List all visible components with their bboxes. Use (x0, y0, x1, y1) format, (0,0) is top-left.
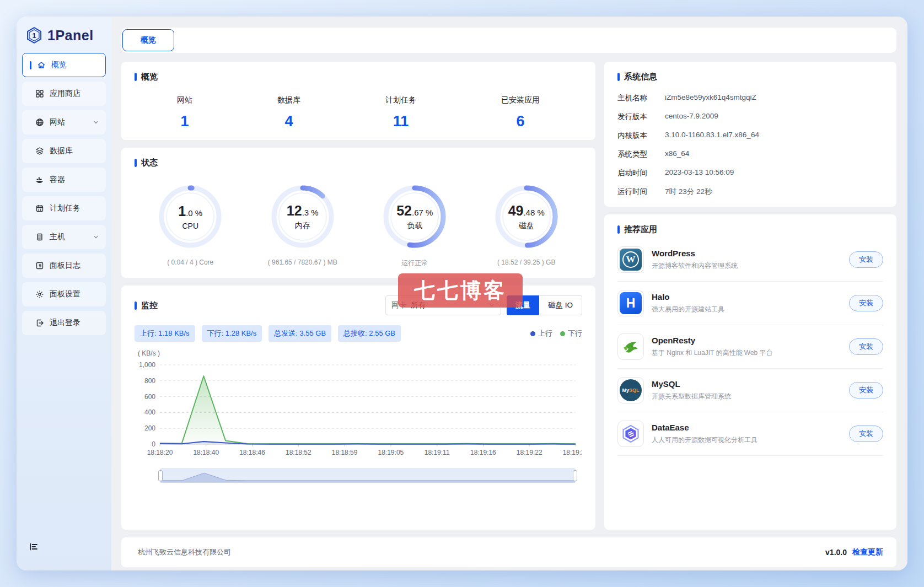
downstream-rate-badge: 下行: 1.28 KB/s (202, 325, 262, 342)
sidebar-item-database[interactable]: 数据库 (22, 139, 106, 163)
menu-fold-icon (29, 542, 39, 552)
app-row-mysql: MySQL MySQL 开源关系型数据库管理系统 安装 (617, 369, 883, 412)
info-row-hostname: 主机名称 iZm5e8e59yxk61q4smtgqiZ (617, 93, 883, 103)
active-indicator-bar (30, 61, 31, 69)
stat-cronjobs[interactable]: 计划任务 11 (385, 95, 416, 130)
svg-text:18:18:52: 18:18:52 (286, 449, 311, 456)
traffic-line-chart: 02004006008001,00018:18:2018:18:4018:18:… (135, 358, 582, 464)
stat-installed-apps[interactable]: 已安装应用 6 (501, 95, 540, 130)
logo: 1 1Panel (22, 23, 106, 53)
halo-logo: H (620, 292, 642, 314)
upstream-dot (530, 331, 535, 336)
sidebar-item-label: 容器 (50, 175, 65, 185)
svg-text:18:19:05: 18:19:05 (378, 449, 404, 456)
sidebar-item-label: 计划任务 (50, 203, 80, 213)
sidebar-item-label: 面板日志 (50, 261, 80, 271)
overview-stats: 网站 1 数据库 4 计划任务 11 已安装应用 (135, 95, 582, 130)
install-mysql-button[interactable]: 安装 (849, 382, 883, 398)
upstream-rate-badge: 上行: 1.18 KB/s (135, 325, 195, 342)
svg-text:18:19:16: 18:19:16 (470, 449, 496, 456)
sidebar-item-website[interactable]: 网站 (22, 110, 106, 134)
sidebar-item-appstore[interactable]: 应用商店 (22, 82, 106, 106)
datazoom-right-handle[interactable] (573, 470, 577, 481)
svg-text:18:19:22: 18:19:22 (517, 449, 542, 456)
info-row-kernel: 内核版本 3.10.0-1160.83.1.el7.x86_64 (617, 131, 883, 141)
legend-downstream[interactable]: 下行 (560, 328, 582, 338)
openresty-logo (620, 336, 642, 358)
sidebar-item-logout[interactable]: 退出登录 (22, 311, 106, 335)
globe-icon (35, 118, 44, 127)
system-info-card: 系统信息 主机名称 iZm5e8e59yxk61q4smtgqiZ 发行版本 c… (604, 62, 896, 207)
memory-caption: ( 961.65 / 7820.67 ) MB (268, 259, 337, 266)
total-received-badge: 总接收: 2.55 GB (338, 325, 401, 342)
disk-caption: ( 18.52 / 39.25 ) GB (492, 259, 561, 266)
app-row-dataease: DataEase 人人可用的开源数据可视化分析工具 安装 (617, 412, 883, 456)
monitor-card-title: 监控 (135, 300, 158, 311)
gauge-cpu: 1.0 % CPU ( 0.04 / 4 ) Core (156, 182, 224, 268)
datazoom-mini-chart (160, 469, 575, 482)
gear-icon (35, 290, 44, 299)
sidebar-item-panel-settings[interactable]: 面板设置 (22, 282, 106, 306)
sidebar-item-label: 数据库 (50, 146, 73, 156)
system-info-title: 系统信息 (617, 72, 883, 82)
chart-legend: 上行 下行 (530, 328, 582, 338)
sidebar-item-label: 概览 (51, 60, 67, 70)
info-row-arch: 系统类型 x86_64 (617, 149, 883, 159)
chevron-down-icon (93, 234, 99, 240)
logout-icon (35, 319, 44, 327)
sidebar-item-label: 主机 (50, 232, 65, 242)
sidebar-item-overview[interactable]: 概览 (22, 53, 106, 77)
wordpress-logo: W (620, 249, 642, 271)
sidebar-item-label: 面板设置 (50, 289, 80, 299)
info-row-boot-time: 启动时间 2023-03-13 10:56:09 (617, 168, 883, 178)
sidebar-item-label: 应用商店 (50, 89, 80, 99)
layers-icon (35, 147, 44, 155)
status-card: 状态 1 (121, 148, 595, 278)
svg-text:1,000: 1,000 (139, 361, 155, 369)
check-update-link[interactable]: 检查更新 (852, 547, 883, 557)
svg-text:0: 0 (152, 440, 155, 448)
app-list: W WordPress 开源博客软件和内容管理系统 安装 H Halo (617, 238, 883, 456)
app-row-halo: H Halo 强大易用的开源建站工具 安装 (617, 282, 883, 325)
install-halo-button[interactable]: 安装 (849, 295, 883, 311)
install-openresty-button[interactable]: 安装 (849, 338, 883, 355)
install-wordpress-button[interactable]: 安装 (849, 251, 883, 268)
sidebar-collapse-button[interactable] (22, 542, 106, 557)
status-gauges: 1.0 % CPU ( 0.04 / 4 ) Core (135, 182, 582, 268)
tab-overview[interactable]: 概览 (122, 29, 174, 51)
legend-upstream[interactable]: 上行 (530, 328, 552, 338)
footer-version: v1.0.0 (825, 548, 847, 557)
footer-company: 杭州飞致云信息科技有限公司 (138, 547, 231, 557)
sidebar-item-panel-log[interactable]: 面板日志 (22, 254, 106, 278)
mysql-logo: MySQL (620, 379, 642, 401)
calendar-icon (35, 204, 44, 213)
sidebar-item-cronjob[interactable]: 计划任务 (22, 196, 106, 220)
load-caption: 运行正常 (380, 259, 449, 268)
watermark-badge: 七七博客 (398, 273, 523, 308)
svg-text:18:18:46: 18:18:46 (239, 449, 265, 456)
total-sent-badge: 总发送: 3.55 GB (268, 325, 331, 342)
install-dataease-button[interactable]: 安装 (849, 426, 883, 442)
svg-text:18:18:40: 18:18:40 (193, 449, 219, 456)
datazoom-left-handle[interactable] (158, 470, 163, 481)
stat-websites[interactable]: 网站 1 (177, 95, 192, 130)
svg-text:1: 1 (32, 31, 36, 40)
disk-io-tab[interactable]: 磁盘 IO (539, 295, 582, 315)
overview-card: 概览 网站 1 数据库 4 计划任务 11 (121, 62, 595, 140)
sidebar-item-container[interactable]: 容器 (22, 168, 106, 192)
chart-datazoom-slider[interactable] (160, 468, 576, 483)
sidebar-item-host[interactable]: 主机 (22, 225, 106, 249)
overview-card-title: 概览 (135, 72, 582, 82)
downstream-dot (560, 331, 565, 336)
sidebar-item-label: 退出登录 (50, 318, 80, 328)
svg-text:200: 200 (144, 424, 155, 432)
svg-text:800: 800 (144, 377, 155, 385)
tab-bar: 概览 (121, 28, 896, 53)
stat-databases[interactable]: 数据库 4 (277, 95, 300, 130)
appstore-grid-icon (35, 89, 44, 98)
app-row-openresty: OpenResty 基于 Nginx 和 LuaJIT 的高性能 Web 平台 … (617, 325, 883, 369)
gauge-memory: 12.3 % 内存 ( 961.65 / 7820.67 ) MB (268, 182, 337, 268)
dataease-logo (620, 423, 642, 445)
chevron-down-icon (93, 119, 99, 126)
gauge-load: 52.67 % 负载 运行正常 (380, 182, 449, 268)
